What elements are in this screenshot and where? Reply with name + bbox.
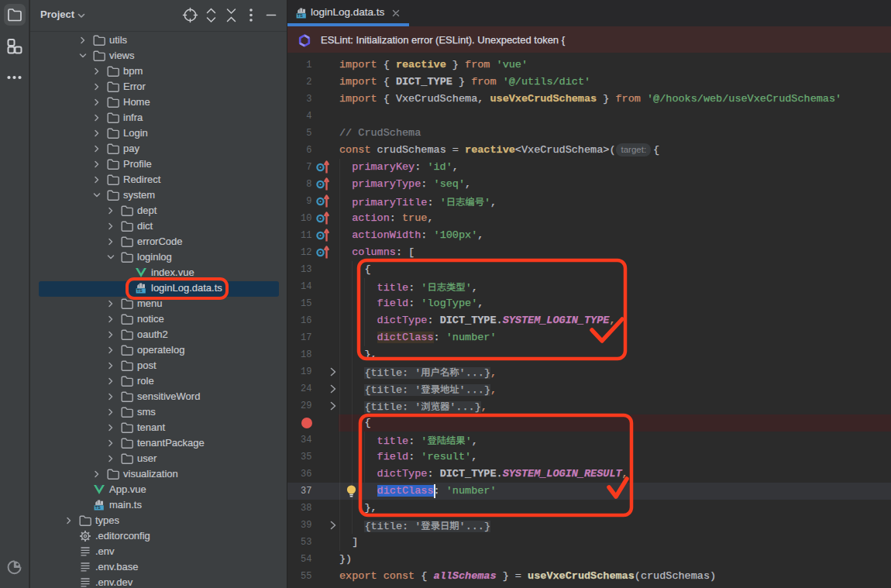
svg-text:TS: TS [95, 505, 101, 510]
svg-text:TS: TS [137, 288, 143, 293]
svg-text:TS: TS [298, 13, 303, 18]
